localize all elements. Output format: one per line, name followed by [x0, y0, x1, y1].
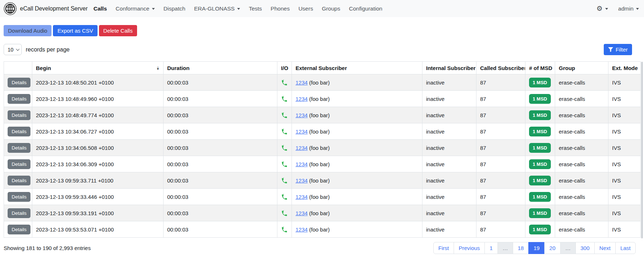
group-cell: erase-calls	[555, 221, 608, 238]
download-audio-button[interactable]: Download Audio	[4, 25, 51, 36]
msd-badge: 1 MSD	[529, 192, 551, 202]
page-item-next: Next	[594, 242, 616, 254]
details-button[interactable]: Details	[8, 94, 30, 104]
header-internal-subscriber[interactable]: Internal Subscriber	[422, 62, 476, 74]
header-num-msd[interactable]: # of MSD	[525, 62, 555, 74]
called-subscriber-cell: 87	[476, 172, 525, 189]
io-cell	[277, 156, 292, 172]
nav-item-groups[interactable]: Groups	[319, 3, 343, 15]
delete-calls-button[interactable]: Delete Calls	[99, 25, 137, 36]
msd-badge: 1 MSD	[529, 225, 551, 234]
msd-cell: 1 MSD	[525, 123, 555, 140]
top-navbar: eCall Development Server CallsConformanc…	[0, 0, 644, 17]
chevron-down-icon	[636, 8, 639, 10]
details-button[interactable]: Details	[8, 192, 30, 202]
incoming-call-icon	[281, 226, 287, 233]
details-button[interactable]: Details	[8, 78, 30, 87]
details-button[interactable]: Details	[8, 110, 30, 120]
page-item--: …	[560, 242, 576, 254]
actions-toolbar: Download Audio Export as CSV Delete Call…	[4, 25, 640, 36]
external-subscriber-link[interactable]: 1234	[296, 96, 307, 102]
page-item-20: 20	[544, 242, 561, 254]
details-button[interactable]: Details	[8, 225, 30, 234]
page-item--: …	[498, 242, 513, 254]
nav-item-phones[interactable]: Phones	[268, 3, 293, 15]
header-io[interactable]: I/O	[277, 62, 292, 74]
external-subscriber-link[interactable]: 1234	[296, 79, 307, 86]
incoming-call-icon	[281, 210, 287, 216]
calls-table-wrap: Begin ▲▼ Duration I/O External Subscribe…	[4, 61, 640, 238]
page-item-previous: Previous	[454, 242, 485, 254]
page-link[interactable]: 20	[544, 242, 561, 254]
internal-subscriber-cell: inactive	[422, 156, 476, 172]
details-button[interactable]: Details	[8, 159, 30, 169]
called-subscriber-cell: 87	[476, 205, 525, 221]
external-subscriber-cell: 1234 (foo bar)	[292, 189, 422, 205]
export-csv-button[interactable]: Export as CSV	[53, 25, 97, 36]
header-begin[interactable]: Begin ▲▼	[32, 62, 164, 74]
page-link[interactable]: Previous	[454, 242, 485, 254]
details-button[interactable]: Details	[8, 176, 30, 185]
incoming-call-icon	[281, 112, 287, 118]
vertical-scrollbar[interactable]	[641, 62, 643, 238]
settings-menu[interactable]: ⚙	[596, 5, 608, 12]
external-subscriber-link[interactable]: 1234	[296, 112, 307, 118]
records-per-page-select[interactable]: 10	[4, 44, 22, 55]
nav-item-era-glonass[interactable]: ERA-GLONASS	[191, 3, 243, 15]
internal-subscriber-cell: inactive	[422, 221, 476, 238]
page-link[interactable]: Next	[594, 242, 616, 254]
msd-badge: 1 MSD	[529, 94, 551, 104]
navbar-right: ⚙ admin	[596, 5, 639, 12]
details-button[interactable]: Details	[8, 143, 30, 153]
external-subscriber-cell: 1234 (foo bar)	[292, 123, 422, 140]
begin-cell: 2023-12-13 10:48:50.201 +0100	[32, 74, 164, 91]
nav-item-calls[interactable]: Calls	[91, 3, 110, 15]
page-item-last: Last	[615, 242, 636, 254]
details-cell: Details	[4, 172, 32, 189]
brand[interactable]: eCall Development Server	[4, 2, 88, 15]
duration-cell: 00:00:03	[164, 221, 277, 238]
group-cell: erase-calls	[555, 107, 608, 123]
header-group[interactable]: Group	[555, 62, 608, 74]
details-button[interactable]: Details	[8, 208, 30, 218]
external-subscriber-link[interactable]: 1234	[296, 210, 307, 216]
table-row: Details2023-12-13 09:59:33.711 +010000:0…	[4, 172, 641, 189]
details-cell: Details	[4, 205, 32, 221]
nav-item-tests[interactable]: Tests	[246, 3, 265, 15]
details-cell: Details	[4, 91, 32, 107]
external-subscriber-link[interactable]: 1234	[296, 145, 307, 151]
funnel-icon	[608, 47, 613, 52]
table-row: Details2023-12-13 10:48:49.774 +010000:0…	[4, 107, 641, 123]
brand-title: eCall Development Server	[20, 5, 88, 12]
user-menu[interactable]: admin	[618, 5, 639, 12]
nav-item-users[interactable]: Users	[296, 3, 316, 15]
page-link[interactable]: First	[433, 242, 454, 254]
external-subscriber-link[interactable]: 1234	[296, 161, 307, 167]
page-link[interactable]: 300	[575, 242, 595, 254]
gear-icon: ⚙	[596, 5, 603, 12]
header-called-subscriber[interactable]: Called Subscriber	[476, 62, 525, 74]
header-external-subscriber[interactable]: External Subscriber	[292, 62, 422, 74]
io-cell	[277, 221, 292, 238]
msd-cell: 1 MSD	[525, 140, 555, 156]
page-link[interactable]: 19	[528, 242, 545, 254]
page-link[interactable]: Last	[615, 242, 636, 254]
details-button[interactable]: Details	[8, 127, 30, 136]
ext-mode-cell: IVS	[608, 205, 641, 221]
filter-button[interactable]: Filter	[604, 44, 632, 55]
external-subscriber-link[interactable]: 1234	[296, 226, 307, 233]
ext-mode-cell: IVS	[608, 156, 641, 172]
nav-item-conformance[interactable]: Conformance	[113, 3, 158, 15]
header-duration[interactable]: Duration	[164, 62, 277, 74]
page-link[interactable]: 1	[484, 242, 498, 254]
external-subscriber-link[interactable]: 1234	[296, 194, 307, 200]
nav-item-dispatch[interactable]: Dispatch	[161, 3, 188, 15]
external-subscriber-link[interactable]: 1234	[296, 177, 307, 184]
external-subscriber-cell: 1234 (foo bar)	[292, 172, 422, 189]
nav-item-configuration[interactable]: Configuration	[346, 3, 385, 15]
page-link[interactable]: 18	[513, 242, 529, 254]
msd-cell: 1 MSD	[525, 172, 555, 189]
header-ext-mode[interactable]: Ext. Mode	[608, 62, 641, 74]
msd-cell: 1 MSD	[525, 156, 555, 172]
external-subscriber-link[interactable]: 1234	[296, 128, 307, 135]
